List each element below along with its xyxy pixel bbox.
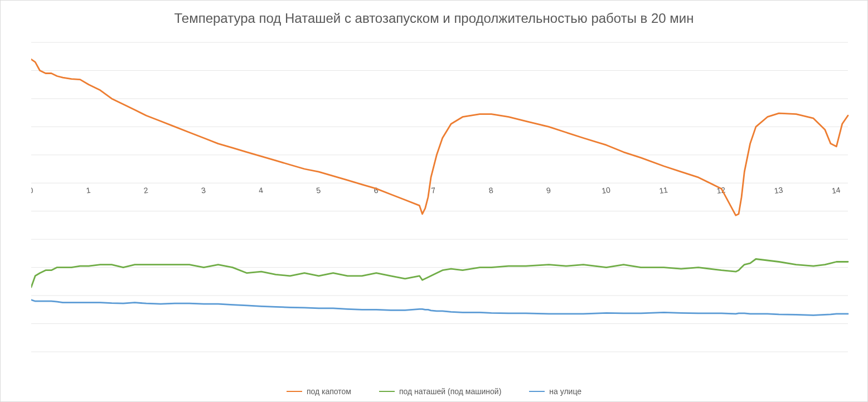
chart-container: Температура под Наташей с автозапуском и… [0,0,868,402]
svg-text:11: 11 [658,185,668,195]
series-group [31,59,848,315]
svg-text:0: 0 [31,186,33,195]
legend-label-2: на улице [549,387,581,396]
legend-item-1: под наташей (под машиной) [379,387,501,396]
svg-text:5: 5 [316,186,321,195]
legend-label-1: под наташей (под машиной) [399,387,501,396]
legend-item-0: под капотом [287,387,351,396]
legend-swatch-0 [287,391,302,392]
svg-text:8: 8 [488,186,494,195]
chart-title: Температура под Наташей с автозапуском и… [1,11,867,26]
legend-swatch-1 [379,391,395,392]
svg-text:3: 3 [201,186,206,195]
svg-text:2: 2 [143,186,149,195]
svg-text:9: 9 [546,186,551,195]
legend: под капотом под наташей (под машиной) на… [1,387,867,396]
svg-text:14: 14 [831,185,841,195]
series-line-1 [31,259,848,288]
legend-item-2: на улице [529,387,581,396]
svg-text:7: 7 [431,186,437,195]
legend-label-0: под капотом [307,387,351,396]
svg-text:10: 10 [601,185,611,195]
svg-text:1: 1 [85,186,91,195]
x-axis-labels: 01234567891011121314 [31,185,841,195]
svg-text:4: 4 [258,186,264,195]
svg-text:6: 6 [373,186,379,195]
plot-area: -60-50-40-30-20-1001020304050 0123456789… [31,31,854,369]
legend-swatch-2 [529,391,545,392]
series-line-2 [31,300,848,316]
svg-text:13: 13 [774,185,784,195]
plot-svg: -60-50-40-30-20-1001020304050 0123456789… [31,31,854,369]
